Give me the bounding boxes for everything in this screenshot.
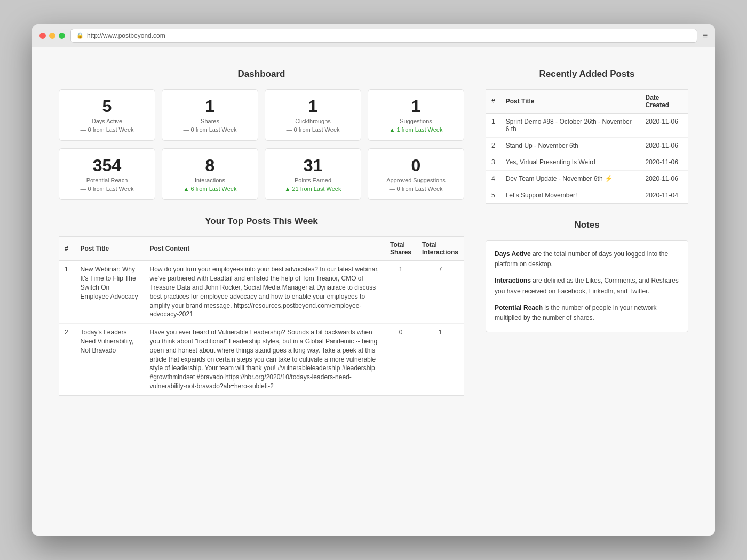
top-posts-header-row: # Post Title Post Content Total Shares T… [59,237,464,261]
recently-added-table: # Post Title Date Created 1 Sprint Demo … [486,89,688,204]
url-text: http://www.postbeyond.com [87,32,165,39]
recent-post-1-num: 1 [486,114,500,138]
stat-days-active-change-text: 0 from Last Week [88,126,134,133]
th-total-shares: Total Shares [385,237,417,261]
stat-potential-reach-arrow: — [81,186,86,192]
stat-clickthroughs-label: Clickthroughs [271,118,355,124]
close-button[interactable] [39,33,46,39]
table-row: 1 New Webinar: Why It's Time to Flip The… [59,261,464,324]
recent-post-5-title: Let's Support Movember! [500,187,640,204]
stat-interactions: 8 Interactions ▲ 6 from Last Week [162,148,258,200]
top-post-1-content: How do you turn your employees into your… [145,261,385,324]
stat-suggestions-number: 1 [374,97,458,116]
main-layout: Dashboard 5 Days Active — 0 from Last We… [59,69,688,396]
stat-days-active-change: — 0 from Last Week [65,126,149,133]
recently-added-title: Recently Added Posts [486,69,688,79]
stat-approved-suggestions-number: 0 [374,156,458,175]
th-post-content: Post Content [145,237,385,261]
browser-window: 🔒 http://www.postbeyond.com ≡ Dashboard … [32,24,715,536]
stat-suggestions-arrow: ▲ [390,126,395,133]
th-hash: # [486,90,500,114]
table-row: 3 Yes, Virtual Presenting Is Weird 2020-… [486,154,688,171]
stat-days-active-number: 5 [65,97,149,116]
th-post-title-recent: Post Title [500,90,640,114]
top-posts-title: Your Top Posts This Week [59,216,464,227]
table-row: 5 Let's Support Movember! 2020-11-04 [486,187,688,204]
recent-post-4-date: 2020-11-06 [640,171,688,187]
notes-bold-2: Interactions [495,277,531,284]
stat-approved-suggestions-label: Approved Suggestions [374,177,458,183]
table-row: 1 Sprint Demo #98 - October 26th - Novem… [486,114,688,138]
stat-points-earned-arrow: ▲ [284,186,290,192]
th-date-created: Date Created [640,90,688,114]
th-post-title: Post Title [75,237,145,261]
recent-post-2-title: Stand Up - November 6th [500,138,640,154]
top-post-1-shares: 1 [385,261,417,324]
stat-potential-reach: 354 Potential Reach — 0 from Last Week [59,148,155,200]
stat-days-active: 5 Days Active — 0 from Last Week [59,89,155,141]
top-post-1-interactions: 7 [417,261,464,324]
minimize-button[interactable] [49,33,55,39]
stat-interactions-label: Interactions [168,177,252,183]
stat-suggestions-label: Suggestions [374,118,458,124]
stat-clickthroughs-change-text: 0 from Last Week [294,126,340,133]
th-num: # [59,237,75,261]
stat-clickthroughs: 1 Clickthroughs — 0 from Last Week [265,89,361,141]
stats-row-2: 354 Potential Reach — 0 from Last Week 8… [59,148,464,200]
notes-section: Notes Days Active are the total number o… [486,220,688,332]
recent-post-1-title: Sprint Demo #98 - October 26th - Novembe… [500,114,640,138]
table-row: 2 Stand Up - November 6th 2020-11-06 [486,138,688,154]
top-post-2-shares: 0 [385,324,417,396]
recently-added-header-row: # Post Title Date Created [486,90,688,114]
stats-row-1: 5 Days Active — 0 from Last Week 1 Share… [59,89,464,141]
notes-paragraph-1: Days Active are the total number of days… [495,249,679,269]
stat-potential-reach-label: Potential Reach [65,177,149,183]
recent-post-1-date: 2020-11-06 [640,114,688,138]
recent-post-4-num: 4 [486,171,500,187]
th-total-interactions: Total Interactions [417,237,464,261]
stat-days-active-arrow: — [81,126,86,133]
table-row: 2 Today's Leaders Need Vulnerability, No… [59,324,464,396]
top-post-2-content: Have you ever heard of Vulnerable Leader… [145,324,385,396]
table-row: 4 Dev Team Update - November 6th ⚡ 2020-… [486,171,688,187]
maximize-button[interactable] [59,33,65,39]
recent-post-3-title: Yes, Virtual Presenting Is Weird [500,154,640,171]
stat-shares: 1 Shares — 0 from Last Week [162,89,258,141]
stat-approved-suggestions: 0 Approved Suggestions — 0 from Last Wee… [368,148,464,200]
stat-clickthroughs-number: 1 [271,97,355,116]
traffic-lights [39,33,65,39]
url-bar[interactable]: 🔒 http://www.postbeyond.com [70,29,697,43]
top-post-1-num: 1 [59,261,75,324]
stat-potential-reach-change-text: 0 from Last Week [88,186,134,192]
stat-shares-change: — 0 from Last Week [168,126,252,133]
notes-paragraph-2: Interactions are defined as the Likes, C… [495,276,679,296]
stat-shares-arrow: — [184,126,189,133]
stat-suggestions: 1 Suggestions ▲ 1 from Last Week [368,89,464,141]
browser-content: Dashboard 5 Days Active — 0 from Last We… [32,47,715,536]
notes-box: Days Active are the total number of days… [486,240,688,332]
top-posts-table: # Post Title Post Content Total Shares T… [59,236,464,395]
stat-shares-change-text: 0 from Last Week [191,126,237,133]
stat-points-earned: 31 Points Earned ▲ 21 from Last Week [265,148,361,200]
notes-title: Notes [486,220,688,230]
dashboard-title: Dashboard [59,69,464,79]
stat-points-earned-label: Points Earned [271,177,355,183]
recent-post-3-date: 2020-11-06 [640,154,688,171]
stat-shares-label: Shares [168,118,252,124]
right-panel: Recently Added Posts # Post Title Date C… [486,69,688,396]
menu-icon[interactable]: ≡ [703,31,708,41]
browser-titlebar: 🔒 http://www.postbeyond.com ≡ [32,24,715,47]
left-panel: Dashboard 5 Days Active — 0 from Last We… [59,69,464,396]
notes-paragraph-3: Potential Reach is the number of people … [495,303,679,323]
notes-bold-1: Days Active [495,250,531,258]
top-post-2-interactions: 1 [417,324,464,396]
stat-clickthroughs-change: — 0 from Last Week [271,126,355,133]
stat-potential-reach-change: — 0 from Last Week [65,186,149,192]
stat-interactions-number: 8 [168,156,252,175]
stat-suggestions-change: ▲ 1 from Last Week [374,126,458,133]
stat-interactions-change: ▲ 6 from Last Week [168,186,252,192]
stat-approved-suggestions-change: — 0 from Last Week [374,186,458,192]
notes-bold-3: Potential Reach [495,304,543,311]
stat-shares-number: 1 [168,97,252,116]
stat-clickthroughs-arrow: — [287,126,292,133]
